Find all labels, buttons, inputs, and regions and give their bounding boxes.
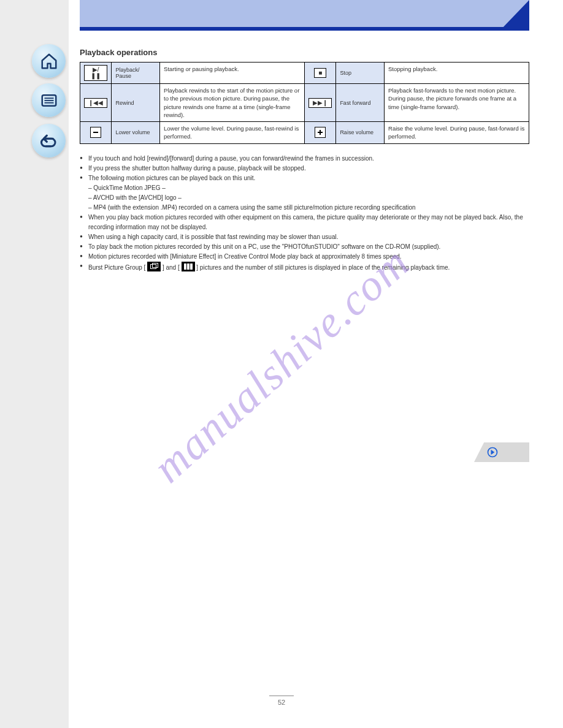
note-item: To play back the motion pictures recorde… [80,242,529,252]
page-number: 52 [269,696,294,706]
multi-exposure-icon [147,262,161,271]
note-item: Motion pictures recorded with [Miniature… [80,252,529,262]
table-row: Lower volume Lower the volume level. Dur… [80,122,529,144]
op-name: Stop [336,63,385,84]
op-icon-stop: ■ [304,63,335,84]
op-desc: Stopping playback. [385,63,529,84]
playback-operations-table: ▶/❚❚ Playback/ Pause Starting or pausing… [80,62,529,144]
op-icon-rewind: ❙◀◀ [80,84,112,122]
page-header-bar [80,0,529,31]
table-row: ❙◀◀ Rewind Playback rewinds to the start… [80,84,529,122]
continued-button[interactable] [474,442,529,462]
op-name: Fast forward [336,84,385,122]
op-desc: Playback fast-forwards to the next motio… [385,84,529,122]
notes-list: If you touch and hold [rewind]/[forward]… [80,154,529,273]
menu-icon [40,91,58,110]
op-icon-plus [304,122,335,144]
section-title: Playback operations [80,48,529,57]
home-icon [40,52,58,70]
note-item: When you play back motion pictures recor… [80,213,529,232]
back-icon [40,132,58,150]
op-icon-minus [80,122,112,144]
op-desc: Starting or pausing playback. [160,63,305,84]
arrow-right-circle-icon [486,446,499,458]
nav-home-button[interactable] [32,44,66,78]
op-name: Lower volume [112,122,160,144]
note-item: If you touch and hold [rewind]/[forward]… [80,154,529,164]
op-icon-play-pause: ▶/❚❚ [80,63,112,84]
sidebar [0,0,69,728]
burst-icon [182,262,195,271]
op-icon-fastfwd: ▶▶❙ [304,84,335,122]
note-item: If you press the shutter button halfway … [80,164,529,173]
main-content: Playback operations ▶/❚❚ Playback/ Pause… [80,0,529,273]
op-name: Raise volume [336,122,385,144]
op-desc: Playback rewinds to the start of the mot… [160,84,305,122]
sub-note: – QuickTime Motion JPEG – [88,183,529,193]
nav-menu-button[interactable] [32,83,66,117]
table-row: ▶/❚❚ Playback/ Pause Starting or pausing… [80,63,529,84]
note-item: When using a high capacity card, it is p… [80,232,529,242]
nav-back-button[interactable] [32,124,66,157]
op-name: Playback/ Pause [112,63,160,84]
op-name: Rewind [112,84,160,122]
sub-note: – AVCHD with the [AVCHD] logo – [88,193,529,203]
op-desc: Raise the volume level. During pause, fa… [385,122,529,144]
note-item: Burst Picture Group [ ] and [ ] pictures… [80,262,529,273]
sub-note: – MP4 (with the extension .MP4) recorded… [88,203,529,213]
note-item: The following motion pictures can be pla… [80,173,529,213]
op-desc: Lower the volume level. During pause, fa… [160,122,305,144]
